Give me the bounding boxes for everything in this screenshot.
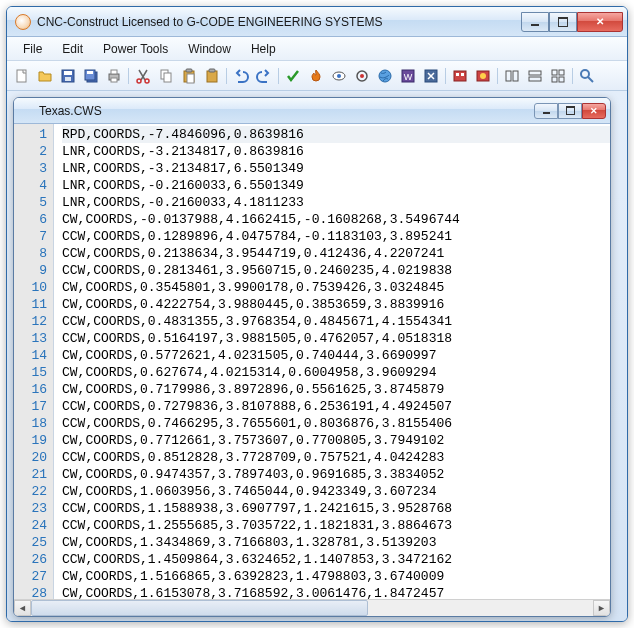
mdi-area: Texas.CWS 123456789101112131415161718192… (7, 91, 627, 621)
save-all-icon[interactable] (80, 65, 102, 87)
tool1-icon[interactable]: W (397, 65, 419, 87)
code-line[interactable]: LNR,COORDS,-3.2134817,0.8639816 (62, 143, 610, 160)
line-number: 1 (14, 126, 47, 143)
code-line[interactable]: CW,COORDS,-0.0137988,4.1662415,-0.160826… (62, 211, 610, 228)
svg-point-20 (337, 74, 341, 78)
toolbar: W (7, 61, 627, 91)
svg-rect-38 (552, 77, 557, 82)
code-line[interactable]: CCW,COORDS,0.1289896,4.0475784,-0.118310… (62, 228, 610, 245)
code-line[interactable]: CW,COORDS,0.7179986,3.8972896,0.5561625,… (62, 381, 610, 398)
document-title-bar: Texas.CWS (14, 98, 610, 124)
code-line[interactable]: CW,COORDS,1.6153078,3.7168592,3.0061476,… (62, 585, 610, 599)
code-line[interactable]: CW,COORDS,0.4222754,3.9880445,0.3853659,… (62, 296, 610, 313)
line-number: 28 (14, 585, 47, 599)
code-line[interactable]: CCW,COORDS,0.8512828,3.7728709,0.757521,… (62, 449, 610, 466)
line-number: 2 (14, 143, 47, 160)
tool4-icon[interactable] (472, 65, 494, 87)
line-number: 18 (14, 415, 47, 432)
toolbar-separator (126, 65, 131, 87)
minimize-button[interactable] (521, 12, 549, 32)
svg-rect-9 (111, 78, 117, 82)
svg-rect-35 (529, 77, 541, 81)
code-line[interactable]: CCW,COORDS,0.5164197,3.9881505,0.4762057… (62, 330, 610, 347)
tool2-icon[interactable] (420, 65, 442, 87)
code-line[interactable]: CCW,COORDS,1.2555685,3.7035722,1.1821831… (62, 517, 610, 534)
menu-file[interactable]: File (13, 39, 52, 59)
svg-rect-28 (456, 73, 459, 76)
main-window: CNC-Construct Licensed to G-CODE ENGINEE… (6, 6, 628, 622)
code-line[interactable]: CCW,COORDS,0.4831355,3.9768354,0.4845671… (62, 313, 610, 330)
code-line[interactable]: CW,COORDS,0.5772621,4.0231505,0.740444,3… (62, 347, 610, 364)
paste-icon[interactable] (178, 65, 200, 87)
open-folder-icon[interactable] (34, 65, 56, 87)
code-line[interactable]: CW,COORDS,1.3434869,3.7166803,1.328781,3… (62, 534, 610, 551)
code-line[interactable]: CCW,COORDS,1.4509864,3.6324652,1.1407853… (62, 551, 610, 568)
flame-icon[interactable] (305, 65, 327, 87)
code-line[interactable]: LNR,COORDS,-3.2134817,6.5501349 (62, 160, 610, 177)
line-number: 7 (14, 228, 47, 245)
code-line[interactable]: LNR,COORDS,-0.2160033,4.1811233 (62, 194, 610, 211)
scroll-track[interactable] (31, 600, 593, 616)
menu-power-tools[interactable]: Power Tools (93, 39, 178, 59)
menu-edit[interactable]: Edit (52, 39, 93, 59)
code-area[interactable]: RPD,COORDS,-7.4846096,0.8639816LNR,COORD… (54, 124, 610, 599)
svg-rect-3 (65, 77, 71, 81)
target-icon[interactable] (351, 65, 373, 87)
search-icon[interactable] (576, 65, 598, 87)
code-line[interactable]: LNR,COORDS,-0.2160033,6.5501349 (62, 177, 610, 194)
menu-window[interactable]: Window (178, 39, 241, 59)
layout2-icon[interactable] (524, 65, 546, 87)
tool3-icon[interactable] (449, 65, 471, 87)
horizontal-scrollbar[interactable]: ◄ ► (14, 599, 610, 616)
code-line[interactable]: CCW,COORDS,0.7466295,3.7655601,0.8036876… (62, 415, 610, 432)
code-line[interactable]: CW,COORDS,0.7712661,3.7573607,0.7700805,… (62, 432, 610, 449)
code-line[interactable]: CCW,COORDS,0.7279836,3.8107888,6.2536191… (62, 398, 610, 415)
cut-icon[interactable] (132, 65, 154, 87)
code-line[interactable]: RPD,COORDS,-7.4846096,0.8639816 (62, 126, 610, 143)
code-line[interactable]: CW,COORDS,0.9474357,3.7897403,0.9691685,… (62, 466, 610, 483)
svg-rect-6 (87, 71, 93, 74)
line-number: 20 (14, 449, 47, 466)
code-line[interactable]: CW,COORDS,0.3545801,3.9900178,0.7539426,… (62, 279, 610, 296)
close-button[interactable] (577, 12, 623, 32)
code-line[interactable]: CW,COORDS,1.5166865,3.6392823,1.4798803,… (62, 568, 610, 585)
svg-point-10 (137, 79, 141, 83)
svg-point-11 (145, 79, 149, 83)
copy-icon[interactable] (155, 65, 177, 87)
save-icon[interactable] (57, 65, 79, 87)
redo-icon[interactable] (253, 65, 275, 87)
scroll-right-arrow[interactable]: ► (593, 600, 610, 616)
code-line[interactable]: CCW,COORDS,0.2138634,3.9544719,0.412436,… (62, 245, 610, 262)
doc-minimize-button[interactable] (534, 103, 558, 119)
code-line[interactable]: CW,COORDS,1.0603956,3.7465044,0.9423349,… (62, 483, 610, 500)
print-icon[interactable] (103, 65, 125, 87)
window-title: CNC-Construct Licensed to G-CODE ENGINEE… (37, 15, 382, 29)
layout1-icon[interactable] (501, 65, 523, 87)
svg-rect-33 (513, 71, 518, 81)
line-number: 17 (14, 398, 47, 415)
maximize-button[interactable] (549, 12, 577, 32)
code-line[interactable]: CW,COORDS,0.627674,4.0215314,0.6004958,3… (62, 364, 610, 381)
code-editor[interactable]: 1234567891011121314151617181920212223242… (14, 124, 610, 599)
scroll-thumb[interactable] (31, 600, 368, 616)
code-line[interactable]: CCW,COORDS,0.2813461,3.9560715,0.2460235… (62, 262, 610, 279)
line-number: 6 (14, 211, 47, 228)
layout3-icon[interactable] (547, 65, 569, 87)
doc-close-button[interactable] (582, 103, 606, 119)
window-controls (521, 12, 623, 32)
svg-rect-13 (164, 73, 171, 82)
undo-icon[interactable] (230, 65, 252, 87)
toolbar-separator (443, 65, 448, 87)
doc-maximize-button[interactable] (558, 103, 582, 119)
globe-icon[interactable] (374, 65, 396, 87)
new-file-icon[interactable] (11, 65, 33, 87)
eye-icon[interactable] (328, 65, 350, 87)
menu-bar: File Edit Power Tools Window Help (7, 37, 627, 61)
line-number: 21 (14, 466, 47, 483)
menu-help[interactable]: Help (241, 39, 286, 59)
check-icon[interactable] (282, 65, 304, 87)
clipboard-icon[interactable] (201, 65, 223, 87)
scroll-left-arrow[interactable]: ◄ (14, 600, 31, 616)
toolbar-separator (276, 65, 281, 87)
code-line[interactable]: CCW,COORDS,1.1588938,3.6907797,1.2421615… (62, 500, 610, 517)
